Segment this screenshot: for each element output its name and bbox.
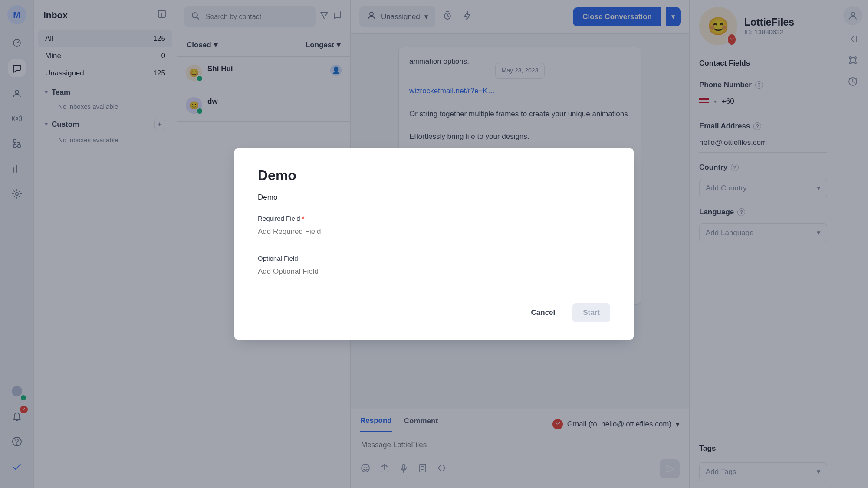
required-field-input[interactable]	[258, 222, 610, 242]
required-field-label: Required Field	[258, 215, 300, 222]
modal-title: Demo	[258, 167, 610, 183]
cancel-button[interactable]: Cancel	[521, 303, 566, 322]
start-button[interactable]: Start	[572, 303, 610, 322]
modal-backdrop[interactable]: Demo Demo Required Field * Optional Fiel…	[0, 0, 868, 488]
demo-modal: Demo Demo Required Field * Optional Fiel…	[234, 148, 634, 340]
optional-field-label: Optional Field	[258, 255, 298, 262]
modal-subtitle: Demo	[258, 193, 610, 202]
optional-field-input[interactable]	[258, 262, 610, 282]
